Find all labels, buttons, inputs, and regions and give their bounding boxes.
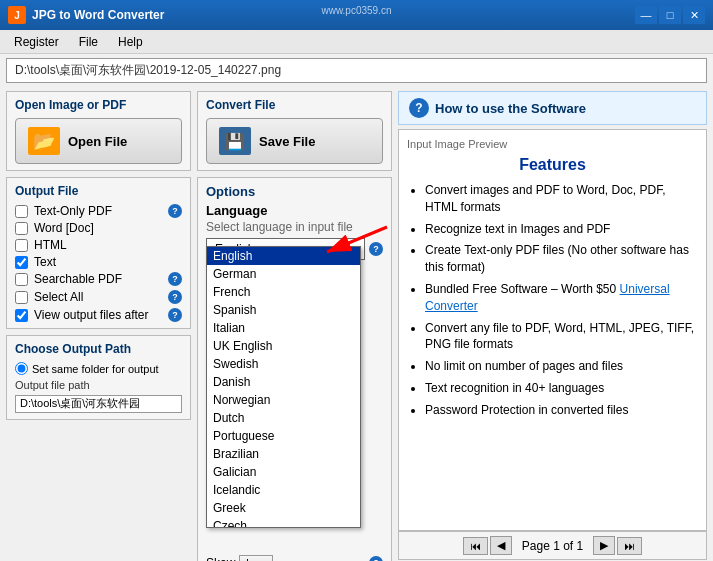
select-all-row: Select All ? — [15, 290, 182, 304]
open-section-title: Open Image or PDF — [15, 98, 182, 112]
language-dropdown-list[interactable]: English German French Spanish Italian UK… — [206, 246, 361, 528]
radio-same-folder-label: Set same folder for output — [32, 363, 159, 375]
help-icon-4[interactable]: ? — [168, 308, 182, 322]
output-path-label: Output file path — [15, 379, 182, 391]
lang-option-english[interactable]: English — [207, 247, 360, 265]
output-file-section: Output File Text-Only PDF ? Word [Doc] H… — [6, 177, 191, 329]
select-all-checkbox[interactable] — [15, 291, 28, 304]
open-section: Open Image or PDF 📂 Open File — [6, 91, 191, 171]
how-to-title: How to use the Software — [435, 101, 586, 116]
checkbox-searchable-pdf-input[interactable] — [15, 273, 28, 286]
save-icon: 💾 — [219, 127, 251, 155]
middle-panel: Convert File 💾 Save File Options Languag… — [197, 91, 392, 560]
radio-same-folder: Set same folder for output — [15, 362, 182, 375]
feature-item-3: Create Text-only PDF files (No other sof… — [425, 242, 698, 276]
options-title: Options — [206, 184, 383, 199]
feature-item-2: Recognize text in Images and PDF — [425, 221, 698, 238]
feature-item-5: Convert any file to PDF, Word, HTML, JPE… — [425, 320, 698, 354]
left-panel: Open Image or PDF 📂 Open File Output Fil… — [6, 91, 191, 560]
lang-help-icon[interactable]: ? — [369, 242, 383, 256]
checkbox-word-input[interactable] — [15, 222, 28, 235]
lang-option-french[interactable]: French — [207, 283, 360, 301]
lang-option-greek[interactable]: Greek — [207, 499, 360, 517]
checkbox-html-input[interactable] — [15, 239, 28, 252]
output-section-title: Output File — [15, 184, 182, 198]
lang-option-german[interactable]: German — [207, 265, 360, 283]
feature-item-4: Bundled Free Software – Worth $50 Univer… — [425, 281, 698, 315]
menubar: Register File Help — [0, 30, 713, 54]
page-info: Page 1 of 1 — [514, 539, 591, 553]
checkbox-text-only-pdf: Text-Only PDF ? — [15, 204, 182, 218]
choose-output-path-section: Choose Output Path Set same folder for o… — [6, 335, 191, 420]
lang-option-czech[interactable]: Czech — [207, 517, 360, 527]
checkbox-text-only-pdf-input[interactable] — [15, 205, 28, 218]
lang-option-icelandic[interactable]: Icelandic — [207, 481, 360, 499]
menu-register[interactable]: Register — [4, 33, 69, 51]
features-title: Features — [407, 156, 698, 174]
lang-option-swedish[interactable]: Swedish — [207, 355, 360, 373]
page-navigator: ⏮ ◀ Page 1 of 1 ▶ ⏭ — [398, 531, 707, 560]
feature-item-7: Text recognition in 40+ languages — [425, 380, 698, 397]
skew-help-icon[interactable]: ? — [369, 556, 383, 561]
first-page-button[interactable]: ⏮ — [463, 537, 488, 555]
choose-path-title: Choose Output Path — [15, 342, 182, 356]
save-file-button[interactable]: 💾 Save File — [206, 118, 383, 164]
universal-converter-link[interactable]: Universal Converter — [425, 282, 670, 313]
lang-option-brazilian[interactable]: Brazilian — [207, 445, 360, 463]
lang-option-spanish[interactable]: Spanish — [207, 301, 360, 319]
next-page-button[interactable]: ▶ — [593, 536, 615, 555]
checkbox-html-label: HTML — [34, 238, 67, 252]
checkbox-text-input[interactable] — [15, 256, 28, 269]
options-extra-rows: Skew kew ? Deskew fault ? — [206, 555, 383, 561]
help-icon-1[interactable]: ? — [168, 204, 182, 218]
checkbox-searchable-pdf: Searchable PDF ? — [15, 272, 182, 286]
how-to-box: ? How to use the Software — [398, 91, 707, 125]
open-file-button[interactable]: 📂 Open File — [15, 118, 182, 164]
view-output-label: View output files after — [34, 308, 149, 322]
lang-option-uk-english[interactable]: UK English — [207, 337, 360, 355]
skew-row: Skew kew ? — [206, 555, 383, 561]
menu-file[interactable]: File — [69, 33, 108, 51]
close-button[interactable]: ✕ — [683, 6, 705, 24]
prev-page-button[interactable]: ◀ — [490, 536, 512, 555]
last-page-button[interactable]: ⏭ — [617, 537, 642, 555]
output-path-input[interactable] — [15, 395, 182, 413]
checkbox-searchable-pdf-label: Searchable PDF — [34, 272, 122, 286]
language-heading: Language — [206, 203, 383, 218]
filepath-bar: D:\tools\桌面\河东软件园\2019-12-05_140227.png — [6, 58, 707, 83]
feature-item-6: No limit on number of pages and files — [425, 358, 698, 375]
help-icon-2[interactable]: ? — [168, 272, 182, 286]
help-icon-3[interactable]: ? — [168, 290, 182, 304]
checkbox-html: HTML — [15, 238, 182, 252]
save-file-label: Save File — [259, 134, 315, 149]
titlebar: J JPG to Word Converter www.pc0359.cn — … — [0, 0, 713, 30]
window-controls: — □ ✕ — [635, 6, 705, 24]
app-icon: J — [8, 6, 26, 24]
select-all-label: Select All — [34, 290, 83, 304]
watermark: www.pc0359.cn — [321, 5, 391, 16]
lang-option-norwegian[interactable]: Norwegian — [207, 391, 360, 409]
skew-button[interactable]: kew — [239, 555, 273, 561]
lang-option-danish[interactable]: Danish — [207, 373, 360, 391]
checkbox-text-only-pdf-label: Text-Only PDF — [34, 204, 112, 218]
view-output-row: View output files after ? — [15, 308, 182, 322]
checkbox-word: Word [Doc] — [15, 221, 182, 235]
lang-option-galician[interactable]: Galician — [207, 463, 360, 481]
minimize-button[interactable]: — — [635, 6, 657, 24]
lang-option-italian[interactable]: Italian — [207, 319, 360, 337]
language-sublabel: Select language in input file — [206, 220, 383, 234]
convert-section-title: Convert File — [206, 98, 383, 112]
checkbox-text-label: Text — [34, 255, 56, 269]
radio-same-folder-input[interactable] — [15, 362, 28, 375]
maximize-button[interactable]: □ — [659, 6, 681, 24]
view-output-checkbox[interactable] — [15, 309, 28, 322]
checkbox-text: Text — [15, 255, 182, 269]
dropdown-scroll-area[interactable]: English German French Spanish Italian UK… — [207, 247, 360, 527]
options-section: Options Language Select language in inpu… — [197, 177, 392, 561]
lang-option-dutch[interactable]: Dutch — [207, 409, 360, 427]
menu-help[interactable]: Help — [108, 33, 153, 51]
preview-label: Input Image Preview — [407, 138, 698, 150]
convert-section: Convert File 💾 Save File — [197, 91, 392, 171]
feature-item-1: Convert images and PDF to Word, Doc, PDF… — [425, 182, 698, 216]
lang-option-portuguese[interactable]: Portuguese — [207, 427, 360, 445]
